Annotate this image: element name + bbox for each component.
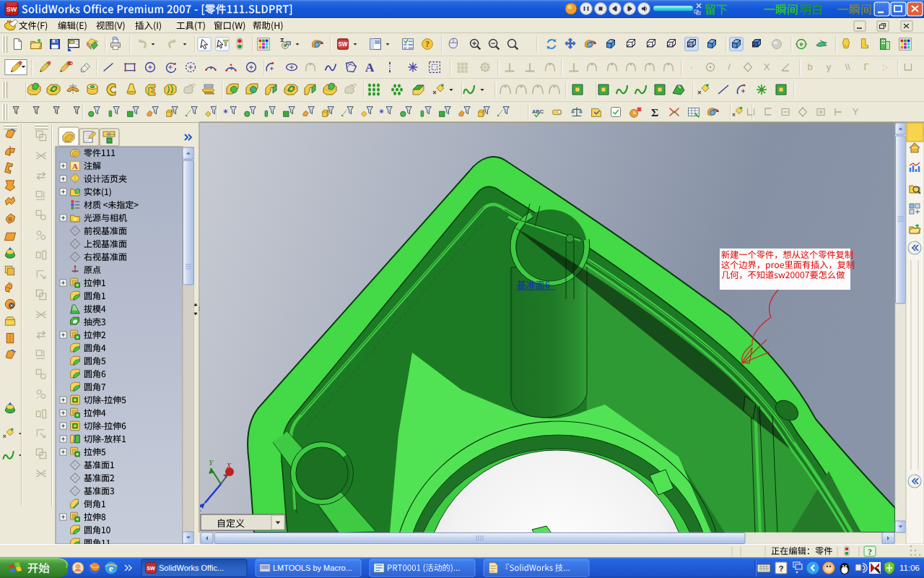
svg-text:?: ?	[868, 547, 872, 557]
svg-text:SW: SW	[338, 41, 348, 48]
svg-text:SW: SW	[147, 565, 155, 571]
svg-text:?: ?	[779, 564, 784, 573]
svg-text:e: e	[800, 41, 803, 48]
svg-text:b: b	[807, 61, 812, 72]
svg-text:SolidWorks Offic...: SolidWorks Offic...	[159, 564, 224, 572]
svg-text:B: B	[8, 216, 12, 223]
svg-text:\\: \\	[845, 61, 850, 72]
svg-text:·: ·	[690, 61, 693, 72]
svg-text:A: A	[365, 60, 375, 74]
svg-text:3D: 3D	[67, 61, 74, 66]
svg-text:?: ?	[425, 39, 430, 49]
svg-text:/: /	[728, 61, 731, 72]
svg-text:X: X	[226, 462, 232, 470]
svg-text:Σ: Σ	[651, 106, 658, 118]
svg-text:11:06: 11:06	[899, 564, 920, 572]
svg-text:y: y	[827, 61, 832, 72]
svg-text:ABC: ABC	[532, 108, 544, 115]
svg-text:Y: Y	[853, 106, 859, 117]
svg-text:X: X	[764, 61, 770, 72]
svg-text:Γ: Γ	[863, 61, 868, 72]
svg-text:A: A	[72, 162, 78, 171]
svg-text::·: :·	[882, 61, 888, 72]
svg-text:SW: SW	[6, 6, 17, 13]
svg-text:LMTOOLS by Macro...: LMTOOLS by Macro...	[273, 564, 352, 572]
